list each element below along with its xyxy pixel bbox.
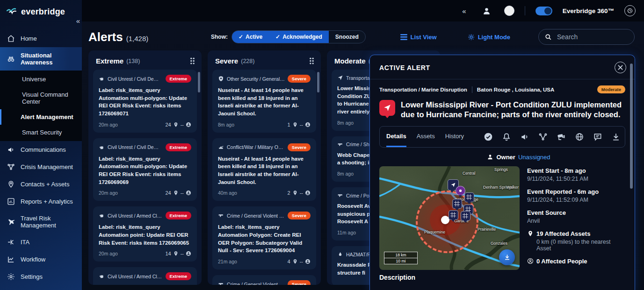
person-circle-icon — [186, 251, 191, 256]
card-time: 11m ago — [337, 230, 356, 235]
sidebar-item-ita[interactable]: ITA — [0, 233, 82, 251]
filter-active[interactable]: ✓ Active — [232, 31, 269, 43]
panel-tabbar: Details Assets History — [379, 126, 625, 148]
light-mode-button[interactable]: Light Mode — [465, 33, 513, 41]
sidebar-item-alert-management[interactable]: Alert Management — [0, 109, 82, 125]
show-label: Show: — [211, 34, 228, 40]
building-map-pin[interactable] — [449, 210, 458, 220]
filter-acknowledged[interactable]: ✓ Acknowledged — [269, 31, 329, 43]
sidebar-item-contacts-assets[interactable]: Contacts + Assets — [0, 176, 82, 193]
card-time: 8m ago — [218, 122, 234, 127]
severity-badge: Extreme — [166, 212, 192, 219]
severity-badge: Severe — [288, 143, 311, 151]
everbridge-360-toggle[interactable] — [535, 7, 552, 15]
building-map-pin[interactable] — [464, 192, 474, 202]
column-extreme: Extreme (138) Civil Unrest / Civil Demon… — [88, 50, 202, 285]
sidebar-item-visual-command-center[interactable]: Visual Command Center — [0, 87, 82, 109]
severity-badge: Extreme — [166, 143, 192, 151]
building-map-pin[interactable] — [452, 199, 462, 209]
panel-collapse-button[interactable]: « — [459, 7, 469, 15]
tab-history[interactable]: History — [445, 127, 464, 147]
map-pin-icon — [7, 180, 15, 188]
camera-map-pin[interactable] — [456, 186, 465, 196]
sidebar-item-settings[interactable]: Settings — [0, 268, 82, 285]
alert-card[interactable]: Crime / General Violent Crime Severe Lab… — [212, 206, 316, 269]
map-download-button[interactable] — [499, 249, 515, 265]
tab-assets[interactable]: Assets — [417, 127, 435, 147]
drag-handle-icon[interactable] — [190, 57, 195, 64]
sidebar-item-workflow[interactable]: Workflow — [0, 251, 82, 268]
camera-icon[interactable] — [557, 132, 566, 141]
sidebar: everbridge « Home Situational Awareness … — [0, 0, 82, 290]
card-time: 8m ago — [337, 171, 354, 177]
scale-mi: 10 mi — [384, 258, 418, 264]
sidebar-item-label: Settings — [21, 273, 43, 280]
search-input[interactable] — [556, 33, 614, 41]
sidebar-item-universe[interactable]: Universe — [0, 71, 82, 87]
sidebar-item-crisis-management[interactable]: Crisis Management — [0, 158, 82, 176]
user-icon[interactable] — [479, 6, 494, 16]
sidebar-item-communications[interactable]: Communications — [0, 141, 82, 158]
card-time: 20m ago — [99, 122, 118, 127]
toggle-knob — [544, 7, 551, 14]
search-icon — [545, 34, 552, 41]
sidebar-nav: Home Situational Awareness Universe Visu… — [0, 30, 82, 285]
filter-snoozed[interactable]: Snoozed — [329, 31, 365, 43]
megaphone-icon[interactable] — [520, 132, 529, 141]
line-chart-icon — [7, 255, 15, 263]
location-pin-icon — [292, 122, 298, 127]
sidebar-item-home[interactable]: Home — [0, 30, 82, 47]
sidebar-collapse-button[interactable]: « — [75, 16, 81, 26]
person-circle-icon — [305, 190, 311, 196]
sidebar-item-smart-security[interactable]: Smart Security — [0, 125, 82, 140]
person-circle-icon — [305, 122, 311, 127]
sidebar-item-label: Travel Risk Management — [21, 215, 77, 229]
gun-icon — [337, 141, 343, 148]
download-icon[interactable] — [611, 132, 621, 141]
column-severe: Severe (228) Other Security / General Se… — [208, 50, 321, 285]
filter-chips: ✓ Active ✓ Acknowledged Snoozed — [232, 30, 366, 43]
alert-card[interactable]: Crime / General Violent Crime Severe — [212, 275, 316, 285]
map-scale: 18 km 10 mi — [384, 252, 418, 264]
alert-card[interactable]: Conflict/War / Military Operation Severe… — [212, 138, 316, 201]
topbar-divider — [525, 6, 525, 15]
crisis-network-icon[interactable] — [538, 132, 548, 141]
session-clock-icon[interactable] — [624, 5, 636, 16]
close-icon[interactable] — [615, 62, 626, 73]
network-icon — [7, 163, 15, 171]
owner-value[interactable]: Unassigned — [518, 154, 550, 161]
alert-card[interactable]: Civil Unrest / Civil Demonstration Extre… — [93, 70, 197, 133]
sidebar-item-travel-risk[interactable]: Travel Risk Management — [0, 210, 82, 233]
drag-handle-icon[interactable] — [309, 57, 314, 64]
situational-awareness-submenu: Universe Visual Command Center Alert Man… — [0, 71, 82, 141]
panel-scrollbar[interactable] — [630, 64, 633, 189]
alert-card[interactable]: Civil Unrest / Armed Clash, Civil Extrem… — [93, 206, 197, 262]
sidebar-item-label: Reports + Analytics — [21, 198, 73, 205]
alarm-bell-icon[interactable] — [502, 132, 511, 141]
sidebar-item-reports-analytics[interactable]: Reports + Analytics — [0, 193, 82, 210]
alert-card[interactable]: Other Security / General Security Severe… — [212, 70, 316, 133]
alert-pin-icon — [379, 100, 395, 116]
sidebar-item-label: Home — [21, 35, 37, 42]
alert-location: Baton Rouge , Louisiana, USA — [477, 87, 554, 92]
navigation-arrow-icon — [337, 75, 343, 81]
acknowledge-check-icon[interactable] — [484, 132, 493, 141]
person-circle-icon — [186, 190, 191, 196]
column-scrollbar[interactable] — [198, 72, 200, 92]
help-icon[interactable]: ? — [504, 6, 514, 16]
tab-details[interactable]: Details — [386, 127, 406, 147]
home-icon — [7, 35, 15, 42]
alert-card[interactable]: Civil Unrest / Civil Demonstration Extre… — [93, 138, 197, 201]
sidebar-item-situational-awareness[interactable]: Situational Awareness — [0, 47, 82, 71]
event-map[interactable]: Springs Central Denham Springs Walker Ba… — [379, 166, 520, 270]
gun-icon — [218, 212, 224, 219]
building-map-pin[interactable] — [461, 211, 470, 221]
affected-people: 0 Affected People — [527, 258, 625, 265]
flame-icon — [337, 251, 343, 257]
globe-icon[interactable] — [575, 132, 584, 141]
sun-icon — [468, 34, 475, 41]
list-view-button[interactable]: List View — [398, 33, 440, 41]
column-scrollbar[interactable] — [317, 72, 319, 92]
comment-icon[interactable] — [593, 132, 602, 141]
alert-card[interactable]: Civil Unrest / Armed Clash, Civil Extrem… — [93, 267, 197, 285]
